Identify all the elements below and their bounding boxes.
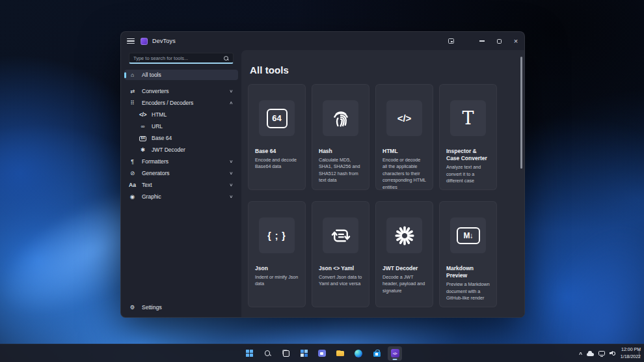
card-title: Json <> Yaml [319,265,362,272]
sidebar-item-label: Base 64 [152,135,172,141]
chevron-down-icon[interactable]: ∨ [230,194,234,199]
start-button[interactable] [242,346,256,361]
tool-card-grid: 64 Base 64 Encode and decode Base64 data [248,84,515,307]
letter-t-icon: T [450,100,486,136]
search-box [129,53,234,64]
sidebar-item-all-tools[interactable]: ⌂ All tools [124,70,238,80]
minimize-button[interactable] [474,32,490,50]
chat-button[interactable] [315,346,329,361]
card-title: Base 64 [255,148,299,155]
devtoys-icon: </> [391,349,399,357]
taskbar-search-button[interactable] [260,346,275,361]
converter-icon: ⇄ [129,89,136,94]
hamburger-menu-icon[interactable] [127,38,135,44]
sidebar-item-generators[interactable]: ⊘ Generators ∨ [124,168,238,178]
jwt-burst-icon: ✱ [139,147,146,153]
markdown-icon: M↓ [450,217,486,253]
tool-card-json[interactable]: { ; } Json Indent or minify Json data [248,201,306,307]
system-tray: ∧ 12:00 PM 1/18/2022 [579,344,641,362]
binary-icon: ⠿ [129,100,136,106]
card-description: Encode or decode all the applicable char… [382,157,426,191]
sidebar-item-graphic[interactable]: ◉ Graphic ∨ [124,191,238,202]
sidebar-item-label: Settings [142,304,162,311]
task-view-icon [282,350,289,357]
sidebar-item-label: Graphic [142,193,161,200]
sidebar-item-base64[interactable]: 64 Base 64 [124,133,238,143]
generator-icon: ⊘ [129,171,136,176]
sidebar: ⌂ All tools ⇄ Converters ∨ ⠿ Encoders / … [121,50,241,317]
tool-card-jwt-decoder[interactable]: JWT Decoder Decode a JWT header, payload… [375,201,433,307]
sidebar-item-label: All tools [142,72,161,78]
title-bar: DevToys × [121,32,524,50]
sidebar-item-url[interactable]: ∞ URL [124,121,238,132]
window-controls: × [442,32,524,50]
tool-card-json-yaml[interactable]: Json <> Yaml Convert Json data to Yaml a… [312,201,369,307]
base64-icon: 64 [139,136,146,142]
close-icon: × [514,38,518,45]
edge-button[interactable] [351,346,366,361]
tool-card-markdown-preview[interactable]: M↓ Markdown Preview Preview a Markdown d… [439,201,497,307]
search-input[interactable] [133,55,223,61]
onedrive-cloud-icon[interactable] [587,353,594,356]
network-icon[interactable] [598,351,605,355]
sidebar-item-label: HTML [152,111,167,118]
running-app-indicator [393,359,397,360]
card-description: Encode and decode Base64 data [255,157,299,171]
tool-card-inspector-case-converter[interactable]: T Inspector & Case Converter Analyze tex… [439,84,497,190]
taskbar-icons: </> [242,344,402,362]
sidebar-item-converters[interactable]: ⇄ Converters ∨ [124,86,238,96]
sidebar-item-label: Formatters [142,158,168,165]
home-icon: ⌂ [129,72,136,78]
minimize-icon [479,40,485,41]
compact-overlay-button[interactable] [442,32,459,50]
show-desktop-button[interactable] [639,349,641,358]
volume-icon[interactable] [610,350,616,356]
page-title: All tools [250,64,515,76]
close-button[interactable]: × [507,32,524,50]
devtoys-taskbar-button[interactable]: </> [388,346,402,361]
sidebar-item-label: Encoders / Decoders [142,100,193,106]
windows-logo-icon [246,350,253,357]
sidebar-item-text[interactable]: Aa Text ∨ [124,180,238,190]
sidebar-spacer [121,202,241,301]
formatter-icon: ¶ [129,159,136,165]
devtoys-window: DevToys × ⌂ All tools ⇄ Con [120,31,525,318]
widgets-icon [301,350,308,357]
search-icon [223,55,229,61]
tool-card-hash[interactable]: Hash Calculate MD5, SHA1, SHA256 and SHA… [312,84,369,190]
task-view-button[interactable] [278,346,293,361]
chevron-down-icon[interactable]: ∨ [230,171,234,176]
taskbar-clock[interactable]: 12:00 PM 1/18/2022 [621,346,641,359]
link-icon: ∞ [139,124,146,130]
sidebar-item-label: URL [152,123,163,130]
sidebar-item-label: JWT Decoder [152,146,185,153]
store-button[interactable] [369,346,384,361]
search-icon [264,350,271,357]
sidebar-item-label: Text [142,182,152,188]
sidebar-item-jwt-decoder[interactable]: ✱ JWT Decoder [124,145,238,155]
sidebar-item-settings[interactable]: ⚙ Settings [124,302,238,313]
chevron-down-icon[interactable]: ∨ [230,89,234,94]
chevron-down-icon[interactable]: ∨ [230,159,234,164]
tool-card-html[interactable]: </> HTML Encode or decode all the applic… [375,84,433,190]
scrollbar[interactable] [520,57,522,169]
file-explorer-button[interactable] [333,346,347,361]
sidebar-item-encoders-decoders[interactable]: ⠿ Encoders / Decoders ∧ [124,98,238,108]
sidebar-item-html[interactable]: </> HTML [124,109,238,120]
text-tools-icon: Aa [129,182,136,188]
compact-overlay-icon [448,38,454,44]
card-description: Analyze text and convert it to a differe… [446,164,490,184]
card-description: Convert Json data to Yaml and vice versa [319,274,362,288]
maximize-icon [497,39,502,44]
chevron-up-icon[interactable]: ∧ [230,100,234,105]
tool-card-base64[interactable]: 64 Base 64 Encode and decode Base64 data [248,84,306,190]
yaml-convert-icon [323,217,358,253]
code-icon: </> [386,100,422,136]
code-icon: </> [139,112,146,118]
chevron-down-icon[interactable]: ∨ [230,182,234,188]
tray-chevron-up-icon[interactable]: ∧ [578,351,583,356]
maximize-button[interactable] [490,32,507,50]
sidebar-item-formatters[interactable]: ¶ Formatters ∨ [124,156,238,167]
main-content: All tools 64 Base 64 Encode and decode B… [241,50,524,317]
widgets-button[interactable] [297,346,311,361]
